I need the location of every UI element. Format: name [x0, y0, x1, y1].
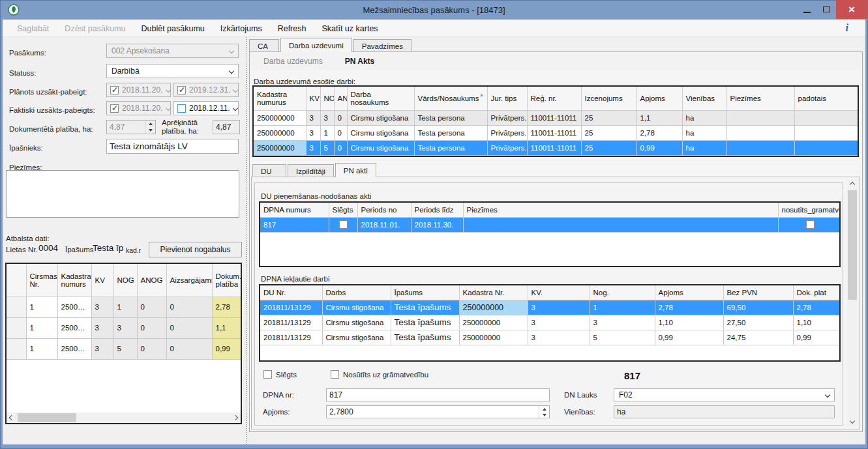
table-row[interactable]: 250000000310Cirsmu stigošanaTesta person…: [254, 125, 859, 140]
table-cell[interactable]: 1: [113, 297, 137, 317]
table-cell[interactable]: 0: [137, 297, 166, 317]
table-cell[interactable]: 250000000: [459, 330, 528, 345]
pievienot-nogabalus-button[interactable]: Pievienot nogabalus: [149, 242, 242, 257]
column-header[interactable]: Darbs: [322, 285, 391, 300]
table-cell[interactable]: Cirsmu stigošana: [322, 330, 391, 345]
column-header[interactable]: Apjoms: [636, 87, 682, 110]
column-header[interactable]: padotais: [794, 87, 859, 110]
table-cell[interactable]: [726, 125, 794, 140]
panel-splitter[interactable]: [244, 37, 249, 444]
scrollbar-thumb[interactable]: [848, 190, 857, 300]
info-icon[interactable]: i: [846, 22, 848, 34]
column-header[interactable]: KV: [306, 87, 320, 110]
checkbox-icon[interactable]: [110, 104, 119, 113]
table-row[interactable]: 125000...33001,1: [7, 317, 242, 338]
column-header[interactable]: NO: [320, 87, 334, 110]
checkbox-icon[interactable]: [177, 86, 186, 94]
maximize-button[interactable]: [816, 0, 836, 19]
table-cell[interactable]: 1: [320, 125, 334, 140]
table-cell[interactable]: 2,78: [636, 125, 682, 140]
column-header[interactable]: Nog.: [590, 285, 655, 300]
checkbox-icon[interactable]: [177, 104, 186, 113]
faktiski-from-datepicker[interactable]: 2018.11.20.: [106, 101, 171, 115]
tab-du[interactable]: DU: [252, 164, 286, 177]
column-header[interactable]: Reģ. nr.: [527, 87, 581, 110]
spin-up-icon[interactable]: [145, 121, 155, 127]
apjoms-stepper[interactable]: [326, 405, 550, 418]
table-row[interactable]: 201811/13129Cirsmu stigošanaTesta īpašum…: [260, 315, 841, 330]
table-cell[interactable]: 817: [260, 217, 329, 232]
table-cell[interactable]: 3: [91, 338, 113, 359]
table-row[interactable]: 125000...35000,99: [7, 338, 242, 359]
planots-to-datepicker[interactable]: 2019.12.31.: [173, 83, 239, 97]
menu-item[interactable]: Skatīt uz kartes: [314, 21, 385, 36]
table-row[interactable]: 8172018.11.01.2018.11.30.: [260, 217, 841, 232]
minimize-button[interactable]: [797, 0, 816, 19]
column-header[interactable]: Periods no: [357, 203, 411, 217]
table-cell[interactable]: 69,50: [723, 300, 793, 315]
table-cell[interactable]: 3: [91, 297, 113, 317]
column-header[interactable]: Vārds/Nosaukums▲: [414, 87, 487, 110]
table-cell[interactable]: Privātpers.: [487, 140, 527, 155]
table-cell[interactable]: 5: [113, 338, 137, 359]
darba-uzdevums-tool[interactable]: Darba uzdevums: [263, 57, 323, 66]
column-header[interactable]: DU Nr.: [260, 285, 322, 300]
table-cell[interactable]: [7, 338, 26, 359]
table-cell[interactable]: 0: [334, 110, 347, 125]
table-cell[interactable]: [794, 125, 859, 140]
tab-darba-uzdevumi[interactable]: Darba uzdevumi: [280, 38, 352, 52]
table-cell[interactable]: [794, 140, 859, 155]
table-cell[interactable]: 0,99: [212, 338, 242, 359]
column-header[interactable]: DPNA numurs: [260, 203, 329, 217]
table-cell[interactable]: 5: [590, 330, 655, 345]
table-cell[interactable]: 5: [320, 140, 334, 155]
table-cell[interactable]: 250000000: [254, 140, 306, 155]
column-header[interactable]: Dok. plat: [793, 285, 841, 300]
table-cell[interactable]: 25000...: [57, 317, 91, 338]
table-cell[interactable]: 0: [334, 125, 347, 140]
table-cell[interactable]: 25000...: [57, 297, 91, 317]
vertical-scrollbar[interactable]: [847, 179, 858, 426]
table-cell[interactable]: 24,75: [723, 330, 793, 345]
table-cell[interactable]: ha: [682, 140, 726, 155]
checkbox-icon[interactable]: [110, 86, 119, 94]
nosutits-checkbox[interactable]: [331, 370, 339, 379]
scroll-down-icon[interactable]: [847, 416, 858, 426]
table-cell[interactable]: 3: [306, 125, 320, 140]
column-header[interactable]: Kadastra Nr.: [459, 285, 528, 300]
table-cell[interactable]: 3: [590, 315, 655, 330]
table-cell[interactable]: 3: [306, 140, 320, 155]
table-cell[interactable]: 3: [306, 110, 320, 125]
table-cell[interactable]: Testa persona: [414, 125, 487, 140]
table-cell[interactable]: 201811/13129: [260, 315, 322, 330]
column-header[interactable]: Īpašums: [391, 285, 459, 300]
table-cell[interactable]: [7, 297, 26, 317]
dpna-nr-input[interactable]: [326, 388, 550, 401]
table-cell[interactable]: 0: [334, 140, 347, 155]
scroll-right-icon[interactable]: [230, 416, 241, 420]
table-row[interactable]: 201811/13129Cirsmu stigošanaTesta īpašum…: [260, 300, 841, 315]
table-cell[interactable]: 3: [113, 317, 137, 338]
column-header[interactable]: KV.: [528, 285, 590, 300]
table-cell[interactable]: 1,10: [793, 315, 841, 330]
table-row[interactable]: 201811/13129Cirsmu stigošanaTesta īpašum…: [260, 330, 841, 345]
table-cell[interactable]: 0: [166, 338, 212, 359]
table-cell[interactable]: 1,1: [212, 317, 242, 338]
table-cell[interactable]: Cirsmu stigošana: [347, 110, 414, 125]
table-cell[interactable]: 3: [320, 110, 334, 125]
table-cell[interactable]: [463, 217, 778, 232]
dok-platiba-stepper[interactable]: [106, 120, 156, 134]
table-cell[interactable]: 0,99: [636, 140, 682, 155]
table-cell[interactable]: 1: [590, 300, 655, 315]
column-header[interactable]: Vienības: [682, 87, 726, 110]
column-header[interactable]: ANOG: [137, 264, 166, 297]
table-cell[interactable]: Testa īpašums: [391, 300, 459, 315]
table-cell[interactable]: 110011-11011: [527, 125, 581, 140]
table-cell[interactable]: 0: [166, 297, 212, 317]
table-cell[interactable]: 25000...: [57, 338, 91, 359]
table-cell[interactable]: Testa īpašums: [391, 330, 459, 345]
table-cell[interactable]: 3: [528, 300, 590, 315]
dok-platiba-input[interactable]: [107, 121, 145, 134]
table-cell[interactable]: 2018.11.30.: [411, 217, 463, 232]
table-cell[interactable]: 0: [137, 317, 166, 338]
